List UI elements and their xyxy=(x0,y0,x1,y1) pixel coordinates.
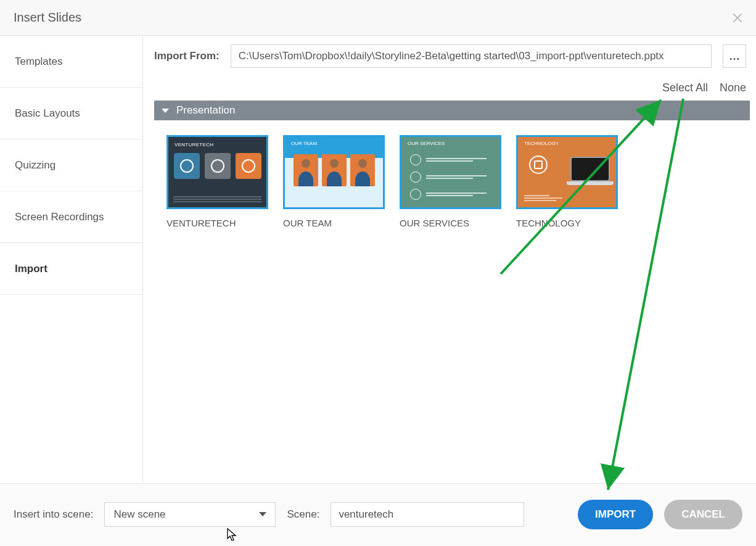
slide-thumbnail[interactable]: OUR SERVICES OUR SERVICES xyxy=(400,135,501,228)
scene-name-label: Scene: xyxy=(287,508,319,521)
sidebar-item-label: Templates xyxy=(15,56,62,68)
import-from-label: Import From: xyxy=(154,50,220,62)
sidebar-item-import[interactable]: Import xyxy=(0,243,142,295)
select-all-link[interactable]: Select All xyxy=(662,81,708,94)
sidebar-item-quizzing[interactable]: Quizzing xyxy=(0,139,142,191)
slide-heading: OUR SERVICES xyxy=(408,141,445,146)
close-icon xyxy=(733,14,742,22)
chevron-down-icon xyxy=(259,512,266,516)
sidebar-item-basic-layouts[interactable]: Basic Layouts xyxy=(0,88,142,139)
selection-controls: Select All None xyxy=(154,81,746,94)
import-from-row: Import From: … xyxy=(154,44,750,68)
dialog-title: Insert Slides xyxy=(14,10,81,25)
sidebar-item-templates[interactable]: Templates xyxy=(0,36,142,88)
close-button[interactable] xyxy=(730,10,745,25)
import-button[interactable]: IMPORT xyxy=(578,500,653,529)
slide-preview-technology: TECHNOLOGY xyxy=(516,135,618,209)
scene-dropdown-value: New scene xyxy=(113,508,165,521)
chevron-down-icon xyxy=(162,109,169,113)
slide-title: VENTURETECH xyxy=(166,218,268,228)
slide-title: OUR SERVICES xyxy=(400,218,501,228)
sidebar-item-label: Quizzing xyxy=(15,159,55,172)
main-panel: Import From: … Select All None Presentat… xyxy=(143,36,756,483)
section-header-presentation[interactable]: Presentation xyxy=(154,101,750,120)
sidebar-item-label: Screen Recordings xyxy=(15,211,104,223)
slide-title: OUR TEAM xyxy=(283,218,385,228)
ellipsis-icon: … xyxy=(729,50,740,63)
import-from-path-input[interactable] xyxy=(231,44,712,68)
slide-preview-our-services: OUR SERVICES xyxy=(400,135,501,209)
slide-heading: OUR TEAM xyxy=(291,141,317,146)
scene-dropdown[interactable]: New scene xyxy=(104,502,276,527)
slide-title: TECHNOLOGY xyxy=(516,218,618,228)
slide-thumbnail-grid: VENTURETECH VENTURETECH OUR TEAM xyxy=(154,120,750,474)
insert-into-scene-label: Insert into scene: xyxy=(14,508,93,521)
slide-heading: TECHNOLOGY xyxy=(524,141,559,146)
slide-preview-our-team: OUR TEAM xyxy=(283,135,385,209)
slide-heading: VENTURETECH xyxy=(175,142,213,147)
slide-thumbnail[interactable]: VENTURETECH VENTURETECH xyxy=(166,135,268,228)
cancel-button[interactable]: CANCEL xyxy=(664,500,742,529)
browse-button[interactable]: … xyxy=(723,44,746,68)
sidebar-item-label: Basic Layouts xyxy=(15,107,80,120)
sidebar-item-label: Import xyxy=(15,263,47,275)
sidebar-nav: Templates Basic Layouts Quizzing Screen … xyxy=(0,36,143,483)
scene-name-input[interactable] xyxy=(331,502,524,527)
slide-thumbnail[interactable]: TECHNOLOGY TECHNOLOGY xyxy=(516,135,618,228)
dialog-titlebar: Insert Slides xyxy=(0,0,756,36)
slide-thumbnail[interactable]: OUR TEAM OUR TEAM xyxy=(283,135,385,228)
select-none-link[interactable]: None xyxy=(720,81,746,94)
section-header-label: Presentation xyxy=(176,104,235,117)
sidebar-item-screen-recordings[interactable]: Screen Recordings xyxy=(0,191,142,243)
slide-preview-venturetech: VENTURETECH xyxy=(166,135,268,209)
dialog-footer: Insert into scene: New scene Scene: IMPO… xyxy=(0,483,756,545)
